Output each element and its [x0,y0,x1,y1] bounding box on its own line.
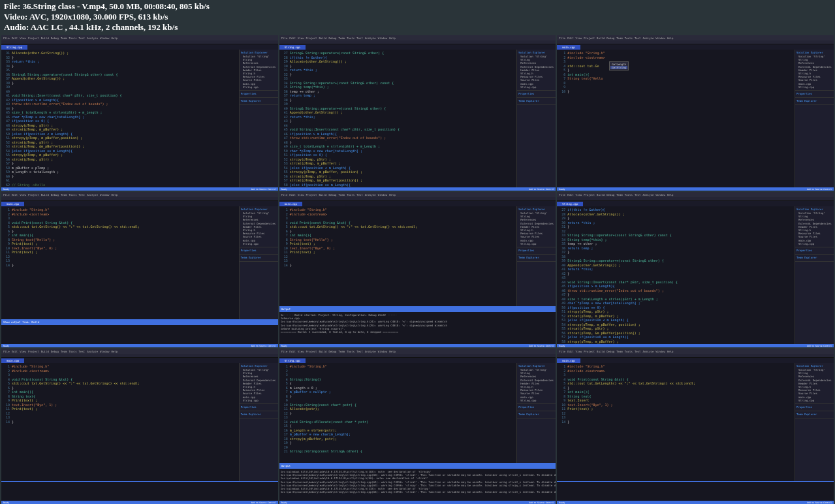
tab-row: String.cpp [1,44,278,50]
statusbar: ReadyAdd to Source Control [1,344,278,347]
solution-explorer[interactable]: Solution ExplorerSolution 'String'String… [795,206,834,344]
media-info-header: File: 36.String class - V.mp4, 50.0 MB, … [0,0,835,34]
tab-row: String.cpp [557,201,834,206]
solution-explorer[interactable]: Solution ExplorerSolution 'String'String… [239,363,278,481]
statusbar: ReadyAdd to Source Control [279,344,556,347]
menubar[interactable]: FileEditViewProjectBuildDebugTeamToolsTe… [557,192,834,197]
thumb-5: FileEditViewProjectBuildDebugTeamToolsTe… [279,192,556,347]
statusbar: ReadyAdd to Source Control [557,344,834,347]
menubar[interactable]: FileEditViewProjectBuildDebugTeamToolsTe… [279,349,556,354]
tab-active[interactable]: String.cpp [557,202,583,206]
tab-active[interactable]: String.cpp [1,45,27,50]
code-editor[interactable]: 31 Allocate(other.GetString()) ;32 }33 r… [1,50,239,187]
thumb-4: FileEditViewProjectBuildDebugTeamToolsTe… [1,192,278,347]
thumb-8: FileEditViewProjectBuildDebugTeamToolsTe… [279,349,556,504]
solution-explorer[interactable]: Solution ExplorerSolution 'String'String… [795,363,834,481]
thumb-1: FileEditViewProjectBuildDebugTeamToolsTe… [1,35,278,191]
tab-row: main.cpp [557,44,834,50]
tab-row: main.cpp [557,358,834,363]
code-editor[interactable]: 1#include "String.h"234String::String()5… [279,363,517,463]
tab-row: main.cpp [1,201,278,206]
solution-explorer[interactable]: Solution ExplorerSolution 'String'String… [239,50,278,187]
menubar[interactable]: FileEditViewProjectBuildDebugTeamToolsTe… [279,35,556,40]
thumb-2: FileEditViewProjectBuildDebugTeamToolsTe… [279,35,556,191]
tab-active[interactable]: main.cpp [279,202,302,206]
thumb-9: FileEditViewProjectBuildDebugTeamToolsTe… [557,349,834,504]
code-editor[interactable]: 1#include "String.h"2#include <iostream>… [1,206,239,319]
code-editor[interactable]: 1#include "String.h"2#include <iostream>… [557,50,795,187]
solution-explorer[interactable]: Solution ExplorerSolution 'String'String… [516,206,556,306]
solution-explorer[interactable]: Solution ExplorerSolution 'String'String… [516,50,556,187]
thumb-6: FileEditViewProjectBuildDebugTeamToolsTe… [557,192,834,347]
statusbar: ReadyAdd to Source Control [557,187,834,191]
output-panel[interactable] [1,324,278,344]
menubar[interactable]: FileEditViewProjectBuildDebugTeamToolsTe… [557,35,834,40]
solution-explorer[interactable]: Solution ExplorerSolution 'String'String… [516,363,556,463]
autocomplete-popup[interactable]: GetLengthGetString [609,61,629,71]
solution-explorer[interactable]: Solution ExplorerSolution 'String'String… [795,50,834,187]
thumb-3: FileEditViewProjectBuildDebugTeamToolsTe… [557,35,834,191]
menubar[interactable]: FileEditViewProjectBuildDebugTeamToolsTe… [1,349,278,354]
code-editor[interactable]: 27String& String::operator=(const String… [279,50,517,187]
tab-row: main.cpp [279,201,556,206]
code-editor[interactable]: 27 if(this != &other){28 Allocate(other.… [557,206,795,344]
solution-explorer[interactable]: Solution ExplorerSolution 'String'String… [239,206,278,319]
tab-active[interactable]: String.cpp [279,358,306,363]
menubar[interactable]: FileEditViewProjectBuildDebugTeamToolsTe… [557,349,834,354]
tab-row: main.cpp [1,358,278,363]
thumbnail-grid: FileEditViewProjectBuildDebugTeamToolsTe… [0,34,835,504]
statusbar: ReadyAdd to Source Control [557,501,834,504]
code-editor[interactable]: 1#include "String.h"2#include <iostream>… [279,206,517,306]
tab-active[interactable]: main.cpp [557,358,580,363]
statusbar: ReadyAdd to Source Control [1,501,278,504]
statusbar: ReadyAdd to Source Control [279,187,556,191]
menubar[interactable]: FileEditViewProjectBuildDebugTeamToolsTe… [1,192,278,197]
tab-row: String.cpp [279,44,556,50]
tab-active[interactable]: String.cpp [279,45,306,50]
tab-active[interactable]: main.cpp [1,202,24,206]
tab-active[interactable]: main.cpp [557,45,580,50]
statusbar: ReadyAdd to Source Control [279,501,556,504]
output-panel[interactable] [557,481,834,501]
output-header: Show output from: Build [1,319,278,324]
code-editor[interactable]: 1#include "String.h"2#include <iostream>… [1,363,239,481]
code-editor[interactable]: 1#include "String.h"2#include <iostream>… [557,363,795,481]
tab-row: String.cpp [279,358,556,363]
tab-active[interactable]: main.cpp [1,358,24,363]
output-header: Output [279,463,556,468]
output-panel[interactable]: 1>c:\windows kits\10\include\10.0.17134.… [279,468,556,501]
output-header: Output [279,306,556,311]
statusbar: ReadyAdd to Source Control [1,187,278,191]
menubar[interactable]: FileEditViewProjectBuildDebugTeamToolsTe… [279,192,556,197]
menubar[interactable]: FileEditViewProjectBuildDebugTeamToolsTe… [1,35,278,40]
output-panel[interactable]: 1>------ Build started: Project: String,… [279,311,556,344]
output-panel[interactable] [1,481,278,501]
thumb-7: FileEditViewProjectBuildDebugTeamToolsTe… [1,349,278,504]
